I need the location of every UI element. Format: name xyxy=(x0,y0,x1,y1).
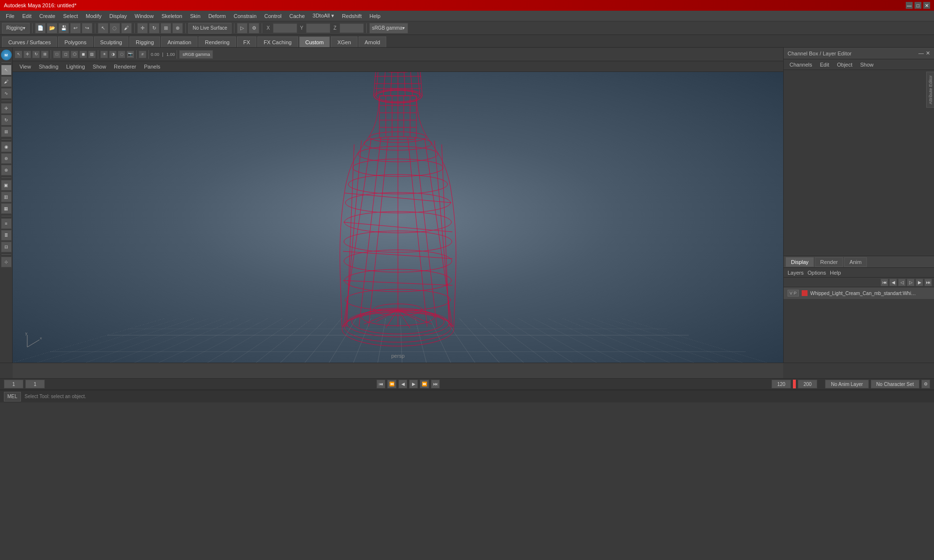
frame-end-field[interactable]: 120 xyxy=(772,380,791,388)
select-tool-btn[interactable]: ↖ xyxy=(1,65,12,75)
select-btn[interactable]: ↖ xyxy=(98,23,108,34)
layer-tab-anim[interactable]: Anim xyxy=(844,257,867,267)
move-tool-btn[interactable]: ✛ xyxy=(1,103,12,114)
soft-mod-btn[interactable]: ◉ xyxy=(1,141,12,152)
tab-animation[interactable]: Animation xyxy=(161,36,198,47)
tab-arnold[interactable]: Arnold xyxy=(359,36,387,47)
layer-skip-end-btn[interactable]: ⏭ xyxy=(924,279,932,286)
rotate-btn[interactable]: ↻ xyxy=(149,23,160,34)
vp-move-btn[interactable]: ✛ xyxy=(23,51,31,58)
save-btn[interactable]: 💾 xyxy=(58,23,69,34)
close-button[interactable]: ✕ xyxy=(923,2,930,9)
scale-btn[interactable]: ⊞ xyxy=(161,23,171,34)
menu-help[interactable]: Help xyxy=(365,12,384,20)
undo-btn[interactable]: ↩ xyxy=(70,23,81,34)
joint-btn[interactable]: ⊗ xyxy=(1,165,12,175)
new-scene-btn[interactable]: 📄 xyxy=(35,23,46,34)
universal-manip-btn[interactable]: ⊕ xyxy=(172,23,183,34)
workspace-dropdown[interactable]: Rigging ▾ xyxy=(2,23,30,34)
coord-x-field[interactable] xyxy=(273,23,297,33)
layer-menu-help[interactable]: Help xyxy=(830,270,841,276)
attr-editor-side-tab[interactable]: Attribute Editor xyxy=(926,72,934,108)
menu-create[interactable]: Create xyxy=(36,12,59,20)
step-back-btn[interactable]: ⏪ xyxy=(387,380,396,388)
vp-menu-shading[interactable]: Shading xyxy=(36,63,61,70)
step-forward-btn[interactable]: ⏩ xyxy=(420,380,429,388)
vp-menu-renderer[interactable]: Renderer xyxy=(111,63,139,70)
vp-menu-view[interactable]: View xyxy=(17,63,34,70)
menu-skin[interactable]: Skin xyxy=(186,12,204,20)
vp-cam-btn[interactable]: 📷 xyxy=(126,51,134,58)
tab-rendering[interactable]: Rendering xyxy=(198,36,236,47)
layer-next-btn[interactable]: ▷ xyxy=(907,279,915,286)
render-settings-btn[interactable]: ⚙ xyxy=(249,23,259,34)
paint-sel-btn[interactable]: 🖌 xyxy=(121,23,132,34)
rotate-tool-btn[interactable]: ↻ xyxy=(1,115,12,125)
vp-menu-lighting[interactable]: Lighting xyxy=(63,63,88,70)
menu-edit[interactable]: Edit xyxy=(18,12,36,20)
scale-tool-btn[interactable]: ⊞ xyxy=(1,126,12,137)
brush-tool-btn[interactable]: ∿ xyxy=(1,88,12,99)
menu-control[interactable]: Control xyxy=(260,12,285,20)
frame-start-field[interactable]: 1 xyxy=(4,380,23,388)
tab-curves-surfaces[interactable]: Curves / Surfaces xyxy=(2,36,57,47)
menu-select[interactable]: Select xyxy=(59,12,82,20)
vp-poly-btn[interactable]: □ xyxy=(53,51,61,58)
menu-3dtoa[interactable]: 3DtoAll ▾ xyxy=(309,12,339,20)
maximize-button[interactable]: □ xyxy=(915,2,921,9)
layer-tab-display[interactable]: Display xyxy=(786,257,814,267)
layer-prev-btn[interactable]: ◀ xyxy=(889,279,897,286)
vp-solid-btn[interactable]: ◼ xyxy=(79,51,87,58)
misc-btn[interactable]: ⊹ xyxy=(1,257,12,267)
layer-next2-btn[interactable]: ▶ xyxy=(916,279,923,286)
menu-display[interactable]: Display xyxy=(106,12,131,20)
tab-fx[interactable]: FX xyxy=(237,36,256,47)
tab-show[interactable]: Show xyxy=(858,61,876,69)
gamma-dropdown[interactable]: sRGB gamma ▾ xyxy=(369,23,408,34)
display2-btn[interactable]: ▥ xyxy=(1,192,12,202)
move-btn[interactable]: ✛ xyxy=(137,23,148,34)
vp-wire-btn[interactable]: ⬡ xyxy=(71,51,78,58)
skip-to-end-btn[interactable]: ⏭ xyxy=(431,380,440,388)
tab-fx-caching[interactable]: FX Caching xyxy=(257,36,298,47)
mel-field[interactable]: MEL xyxy=(4,392,21,402)
range-slider[interactable] xyxy=(793,380,796,388)
tab-rigging[interactable]: Rigging xyxy=(129,36,160,47)
layer-btn[interactable]: ≡ xyxy=(1,218,12,229)
menu-redshift[interactable]: Redshift xyxy=(338,12,365,20)
tab-edit[interactable]: Edit xyxy=(818,61,831,69)
lasso-btn[interactable]: ◌ xyxy=(109,23,120,34)
menu-deform[interactable]: Deform xyxy=(204,12,230,20)
vp-light-btn[interactable]: ☀ xyxy=(100,51,108,58)
vp-select-btn[interactable]: ↖ xyxy=(15,51,22,58)
no-anim-layer-field[interactable]: No Anim Layer xyxy=(825,380,869,388)
layer2-btn[interactable]: ≣ xyxy=(1,230,12,241)
no-char-set-field[interactable]: No Character Set xyxy=(871,380,919,388)
paint-tool-btn[interactable]: 🖌 xyxy=(1,76,12,87)
vp-grid-btn[interactable]: # xyxy=(139,51,146,58)
cluster-btn[interactable]: ⊛ xyxy=(1,153,12,164)
tab-object[interactable]: Object xyxy=(835,61,854,69)
vp-texture-btn[interactable]: ▨ xyxy=(88,51,96,58)
viewport-canvas[interactable]: persp x y xyxy=(13,72,783,363)
viewport-gamma-btn[interactable]: sRGB gamma xyxy=(179,50,213,59)
play-forward-btn[interactable]: ▶ xyxy=(409,380,418,388)
coord-z-field[interactable] xyxy=(340,23,364,33)
coord-y-field[interactable] xyxy=(306,23,330,33)
vp-rotate-btn[interactable]: ↻ xyxy=(32,51,40,58)
tab-channels[interactable]: Channels xyxy=(788,61,814,69)
timeline-ruler[interactable] xyxy=(13,363,783,379)
tab-xgen[interactable]: XGen xyxy=(331,36,357,47)
layer-menu-layers[interactable]: Layers xyxy=(788,270,804,276)
render-btn[interactable]: ▷ xyxy=(237,23,248,34)
layer-skip-start-btn[interactable]: ⏮ xyxy=(880,279,888,286)
layer-menu-options[interactable]: Options xyxy=(808,270,826,276)
display-btn[interactable]: ▣ xyxy=(1,180,12,191)
vp-shadow-btn[interactable]: ◑ xyxy=(109,51,117,58)
frame-current-field[interactable]: 1 xyxy=(25,380,45,388)
channel-box-minimize[interactable]: — xyxy=(918,50,924,56)
layer3-btn[interactable]: ⊟ xyxy=(1,242,12,252)
display3-btn[interactable]: ▦ xyxy=(1,203,12,214)
tab-custom[interactable]: Custom xyxy=(299,36,330,47)
layer-prev2-btn[interactable]: ◁ xyxy=(898,279,906,286)
